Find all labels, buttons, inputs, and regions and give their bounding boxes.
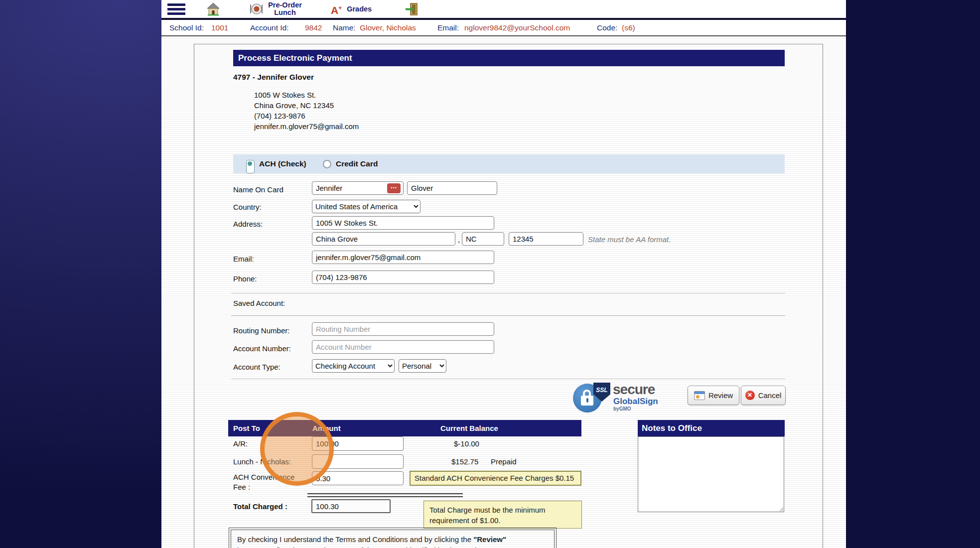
terms-line1: By checking I understand the Terms and C…	[237, 534, 548, 545]
code-label: Code:	[597, 20, 617, 35]
lunch-row-label: Lunch - Nicholas:	[233, 457, 291, 466]
payment-method-band: ACH (Check) Credit Card	[233, 154, 785, 173]
current-balance-header: Current Balance	[440, 420, 498, 436]
student-info-bar: School Id: 1001 Account Id: 9842 Name: G…	[161, 20, 846, 36]
page-title: Process Electronic Payment	[233, 50, 785, 66]
nav-home[interactable]	[206, 0, 220, 18]
terms-box: By checking I understand the Terms and C…	[229, 528, 557, 548]
autofill-icon[interactable]: ⋯	[387, 183, 401, 193]
email-label: Email:	[437, 20, 459, 35]
nav-grades-label: Grades	[347, 5, 372, 13]
lunch-icon	[249, 2, 263, 16]
comma-separator: ,	[458, 235, 460, 244]
grades-icon: A+	[331, 3, 342, 15]
nav-preorder-lunch[interactable]: Pre-Order Lunch	[249, 0, 304, 18]
ar-row-label: A/R:	[233, 439, 248, 448]
divider	[231, 379, 785, 379]
account-number-input[interactable]	[312, 340, 494, 354]
account-type-label: Account Type:	[233, 363, 280, 371]
state-input[interactable]	[462, 232, 504, 246]
account-owner-select[interactable]: Personal	[399, 359, 446, 373]
home-icon	[206, 2, 220, 16]
ach-fee-note: Standard ACH Convenience Fee Charges $0.…	[410, 471, 581, 486]
code-value: (s6)	[622, 20, 635, 35]
name-on-card-label: Name On Card	[233, 185, 283, 194]
city-input[interactable]	[312, 232, 455, 246]
review-button[interactable]: Review	[688, 386, 739, 405]
amount-header: Amount	[312, 420, 341, 436]
saved-account-label: Saved Account:	[233, 299, 285, 307]
review-button-label: Review	[708, 391, 733, 400]
lunch-balance-suffix: Prepaid	[491, 457, 517, 466]
top-navbar: Pre-Order Lunch A+ Grades	[161, 0, 846, 20]
credit-card-radio[interactable]	[323, 160, 331, 168]
lunch-balance: $152.75	[451, 457, 478, 466]
address-line: jennifer.m.glover75@gmail.com	[254, 121, 359, 132]
address-label: Address:	[233, 220, 263, 228]
email-input[interactable]	[312, 251, 494, 264]
routing-number-input[interactable]	[312, 322, 494, 336]
account-number-label: Account Number:	[233, 344, 291, 353]
name-value: Glover, Nicholas	[360, 20, 416, 35]
last-name-input[interactable]	[407, 181, 497, 195]
state-format-note: State must be AA format.	[588, 235, 671, 244]
account-id-label: Account Id:	[250, 20, 289, 35]
cancel-button-label: Cancel	[758, 391, 782, 400]
ach-radio-label: ACH (Check)	[259, 154, 306, 173]
ssl-secure-badge: SSL secure GlobalSign byGMO	[573, 383, 673, 417]
post-to-header: Post To	[233, 420, 260, 436]
ach-radio[interactable]	[246, 160, 255, 173]
exit-door-icon	[405, 2, 419, 16]
nav-preorder-label-line1: Pre-Order	[266, 1, 304, 9]
phone-input[interactable]	[312, 271, 494, 284]
divider	[231, 293, 785, 293]
notes-textarea[interactable]	[638, 436, 784, 512]
total-separator	[307, 493, 463, 497]
badge-brand-text: GlobalSign	[613, 397, 658, 406]
country-label: Country:	[233, 203, 262, 211]
total-charged-label: Total Charged :	[233, 502, 287, 511]
ar-amount-input[interactable]	[312, 436, 404, 451]
address-line: China Grove, NC 12345	[254, 100, 359, 111]
routing-number-label: Routing Number:	[233, 326, 289, 335]
ach-fee-input[interactable]	[312, 471, 404, 485]
total-charged-input[interactable]	[311, 499, 391, 513]
divider	[231, 315, 785, 316]
account-id-value: 9842	[305, 20, 322, 35]
credit-card-radio-label: Credit Card	[336, 154, 378, 173]
email-value: nglover9842@yourSchool.com	[464, 20, 570, 35]
email-field-label: Email:	[233, 255, 254, 263]
school-id-value: 1001	[211, 20, 228, 35]
cancel-button[interactable]: ✕ Cancel	[741, 386, 786, 405]
street-input[interactable]	[312, 216, 494, 230]
payer-address-block: 1005 W Stokes St. China Grove, NC 12345 …	[254, 90, 359, 132]
badge-by-text: byGMO	[613, 406, 631, 411]
address-line: (704) 123-9876	[254, 111, 359, 121]
zip-input[interactable]	[509, 232, 583, 246]
address-line: 1005 W Stokes St.	[254, 90, 359, 100]
name-label: Name:	[333, 20, 356, 35]
badge-secure-text: secure	[613, 383, 655, 397]
nav-exit[interactable]	[405, 0, 419, 18]
total-minimum-note: Total Charge must be the minimum require…	[423, 501, 582, 529]
payer-name: 4797 - Jennifer Glover	[233, 73, 314, 82]
ar-balance: $-10.00	[454, 439, 479, 448]
post-table-header: Post To Amount Current Balance	[228, 420, 581, 436]
ach-fee-label: ACH Convenience Fee :	[233, 472, 308, 492]
school-id-label: School Id:	[169, 20, 204, 35]
cancel-icon: ✕	[745, 391, 755, 400]
notes-to-office-header: Notes to Office	[638, 420, 785, 436]
lunch-amount-input[interactable]	[312, 454, 404, 469]
phone-field-label: Phone:	[233, 274, 257, 283]
review-icon	[694, 391, 705, 400]
menu-icon[interactable]	[167, 3, 185, 15]
terms-line2: button I confirm that I am the owner of …	[237, 545, 548, 548]
country-select[interactable]: United States of America	[312, 200, 420, 213]
page: Pre-Order Lunch A+ Grades School Id: 100…	[0, 0, 980, 548]
nav-preorder-label-line2: Lunch	[266, 9, 304, 16]
account-type-select[interactable]: Checking Account	[312, 359, 395, 373]
nav-grades[interactable]: A+ Grades	[331, 0, 372, 18]
